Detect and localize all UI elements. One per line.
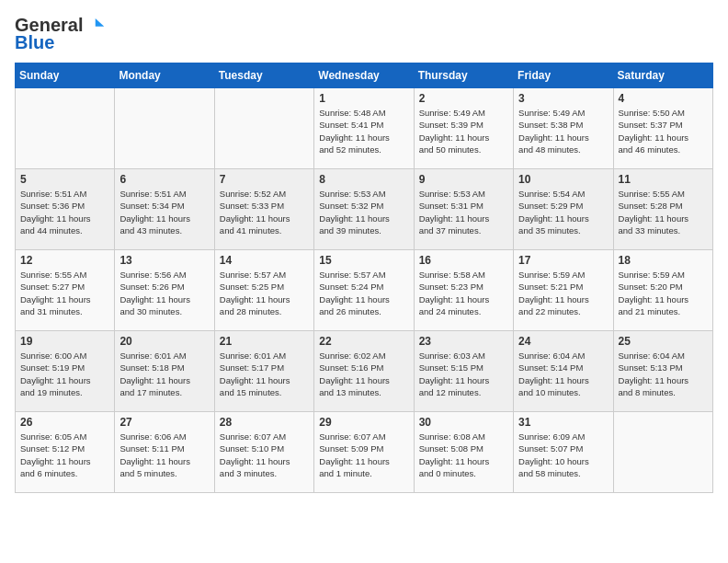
cell-info: Sunrise: 5:55 AM Sunset: 5:28 PM Dayligh… <box>619 188 708 236</box>
calendar-week-row: 26Sunrise: 6:05 AM Sunset: 5:12 PM Dayli… <box>16 412 713 493</box>
day-number: 7 <box>220 173 309 186</box>
calendar-week-row: 5Sunrise: 5:51 AM Sunset: 5:36 PM Daylig… <box>16 169 713 250</box>
cell-info: Sunrise: 5:59 AM Sunset: 5:20 PM Dayligh… <box>619 269 708 317</box>
calendar-cell: 29Sunrise: 6:07 AM Sunset: 5:09 PM Dayli… <box>314 412 414 493</box>
cell-info: Sunrise: 5:58 AM Sunset: 5:23 PM Dayligh… <box>419 269 508 317</box>
cell-info: Sunrise: 6:09 AM Sunset: 5:07 PM Dayligh… <box>518 431 608 479</box>
calendar-cell <box>613 412 712 493</box>
day-number: 21 <box>220 335 309 348</box>
day-header-tuesday: Tuesday <box>214 63 313 88</box>
cell-info: Sunrise: 6:07 AM Sunset: 5:09 PM Dayligh… <box>319 431 408 479</box>
cell-info: Sunrise: 5:53 AM Sunset: 5:31 PM Dayligh… <box>419 188 508 236</box>
calendar-cell: 23Sunrise: 6:03 AM Sunset: 5:15 PM Dayli… <box>414 331 513 412</box>
day-number: 13 <box>119 254 209 267</box>
cell-info: Sunrise: 5:48 AM Sunset: 5:41 PM Dayligh… <box>319 107 408 155</box>
cell-info: Sunrise: 6:04 AM Sunset: 5:13 PM Dayligh… <box>619 350 708 398</box>
day-number: 8 <box>319 173 408 186</box>
cell-info: Sunrise: 5:54 AM Sunset: 5:29 PM Dayligh… <box>518 188 608 236</box>
cell-info: Sunrise: 5:55 AM Sunset: 5:27 PM Dayligh… <box>20 269 109 317</box>
calendar-header-row: SundayMondayTuesdayWednesdayThursdayFrid… <box>16 63 713 88</box>
cell-info: Sunrise: 6:08 AM Sunset: 5:08 PM Dayligh… <box>419 431 508 479</box>
day-number: 19 <box>20 335 109 348</box>
calendar-cell: 2Sunrise: 5:49 AM Sunset: 5:39 PM Daylig… <box>414 88 513 169</box>
cell-info: Sunrise: 6:03 AM Sunset: 5:15 PM Dayligh… <box>419 350 508 398</box>
day-number: 12 <box>20 254 109 267</box>
day-number: 26 <box>20 416 109 429</box>
calendar-cell: 1Sunrise: 5:48 AM Sunset: 5:41 PM Daylig… <box>314 88 414 169</box>
cell-info: Sunrise: 5:57 AM Sunset: 5:24 PM Dayligh… <box>319 269 408 317</box>
day-number: 6 <box>119 173 209 186</box>
day-header-saturday: Saturday <box>613 63 712 88</box>
calendar-cell: 24Sunrise: 6:04 AM Sunset: 5:14 PM Dayli… <box>514 331 613 412</box>
day-number: 14 <box>220 254 309 267</box>
day-number: 5 <box>20 173 109 186</box>
day-header-friday: Friday <box>514 63 613 88</box>
day-number: 25 <box>619 335 708 348</box>
cell-info: Sunrise: 5:53 AM Sunset: 5:32 PM Dayligh… <box>319 188 408 236</box>
cell-info: Sunrise: 6:02 AM Sunset: 5:16 PM Dayligh… <box>319 350 408 398</box>
cell-info: Sunrise: 6:04 AM Sunset: 5:14 PM Dayligh… <box>518 350 608 398</box>
calendar-week-row: 1Sunrise: 5:48 AM Sunset: 5:41 PM Daylig… <box>16 88 713 169</box>
page-header: General Blue <box>15 15 713 53</box>
calendar-cell: 8Sunrise: 5:53 AM Sunset: 5:32 PM Daylig… <box>314 169 414 250</box>
calendar-cell: 18Sunrise: 5:59 AM Sunset: 5:20 PM Dayli… <box>613 250 712 331</box>
calendar-cell: 5Sunrise: 5:51 AM Sunset: 5:36 PM Daylig… <box>16 169 115 250</box>
cell-info: Sunrise: 5:56 AM Sunset: 5:26 PM Dayligh… <box>119 269 209 317</box>
day-number: 2 <box>419 92 508 105</box>
calendar-cell: 21Sunrise: 6:01 AM Sunset: 5:17 PM Dayli… <box>214 331 313 412</box>
day-number: 20 <box>119 335 209 348</box>
day-number: 27 <box>119 416 209 429</box>
calendar-week-row: 12Sunrise: 5:55 AM Sunset: 5:27 PM Dayli… <box>16 250 713 331</box>
day-number: 1 <box>319 92 408 105</box>
calendar-cell <box>16 88 115 169</box>
calendar-cell: 4Sunrise: 5:50 AM Sunset: 5:37 PM Daylig… <box>613 88 712 169</box>
day-number: 29 <box>319 416 408 429</box>
calendar-cell: 19Sunrise: 6:00 AM Sunset: 5:19 PM Dayli… <box>16 331 115 412</box>
day-number: 30 <box>419 416 508 429</box>
calendar-cell: 15Sunrise: 5:57 AM Sunset: 5:24 PM Dayli… <box>314 250 414 331</box>
calendar-cell: 17Sunrise: 5:59 AM Sunset: 5:21 PM Dayli… <box>514 250 613 331</box>
day-number: 18 <box>619 254 708 267</box>
day-number: 31 <box>518 416 608 429</box>
day-number: 22 <box>319 335 408 348</box>
day-number: 15 <box>319 254 408 267</box>
calendar-cell: 27Sunrise: 6:06 AM Sunset: 5:11 PM Dayli… <box>115 412 214 493</box>
calendar-cell: 25Sunrise: 6:04 AM Sunset: 5:13 PM Dayli… <box>613 331 712 412</box>
calendar-cell: 26Sunrise: 6:05 AM Sunset: 5:12 PM Dayli… <box>16 412 115 493</box>
calendar-cell: 13Sunrise: 5:56 AM Sunset: 5:26 PM Dayli… <box>115 250 214 331</box>
day-number: 3 <box>518 92 608 105</box>
day-number: 28 <box>220 416 309 429</box>
cell-info: Sunrise: 6:05 AM Sunset: 5:12 PM Dayligh… <box>20 431 109 479</box>
calendar-cell: 12Sunrise: 5:55 AM Sunset: 5:27 PM Dayli… <box>16 250 115 331</box>
day-header-monday: Monday <box>115 63 214 88</box>
cell-info: Sunrise: 6:01 AM Sunset: 5:17 PM Dayligh… <box>220 350 309 398</box>
calendar-cell: 9Sunrise: 5:53 AM Sunset: 5:31 PM Daylig… <box>414 169 513 250</box>
day-number: 16 <box>419 254 508 267</box>
day-header-sunday: Sunday <box>16 63 115 88</box>
calendar-cell: 7Sunrise: 5:52 AM Sunset: 5:33 PM Daylig… <box>214 169 313 250</box>
cell-info: Sunrise: 5:51 AM Sunset: 5:34 PM Dayligh… <box>119 188 209 236</box>
cell-info: Sunrise: 5:52 AM Sunset: 5:33 PM Dayligh… <box>220 188 309 236</box>
cell-info: Sunrise: 5:57 AM Sunset: 5:25 PM Dayligh… <box>220 269 309 317</box>
day-number: 4 <box>619 92 708 105</box>
calendar-cell: 30Sunrise: 6:08 AM Sunset: 5:08 PM Dayli… <box>414 412 513 493</box>
cell-info: Sunrise: 5:59 AM Sunset: 5:21 PM Dayligh… <box>518 269 608 317</box>
day-number: 24 <box>518 335 608 348</box>
cell-info: Sunrise: 6:07 AM Sunset: 5:10 PM Dayligh… <box>220 431 309 479</box>
calendar-cell: 22Sunrise: 6:02 AM Sunset: 5:16 PM Dayli… <box>314 331 414 412</box>
day-number: 10 <box>518 173 608 186</box>
day-number: 17 <box>518 254 608 267</box>
day-number: 9 <box>419 173 508 186</box>
cell-info: Sunrise: 6:06 AM Sunset: 5:11 PM Dayligh… <box>119 431 209 479</box>
calendar-cell: 11Sunrise: 5:55 AM Sunset: 5:28 PM Dayli… <box>613 169 712 250</box>
logo-icon <box>85 17 105 34</box>
calendar-cell: 3Sunrise: 5:49 AM Sunset: 5:38 PM Daylig… <box>514 88 613 169</box>
calendar-cell: 6Sunrise: 5:51 AM Sunset: 5:34 PM Daylig… <box>115 169 214 250</box>
calendar-cell: 31Sunrise: 6:09 AM Sunset: 5:07 PM Dayli… <box>514 412 613 493</box>
calendar-cell: 16Sunrise: 5:58 AM Sunset: 5:23 PM Dayli… <box>414 250 513 331</box>
day-header-thursday: Thursday <box>414 63 513 88</box>
day-number: 23 <box>419 335 508 348</box>
cell-info: Sunrise: 5:49 AM Sunset: 5:39 PM Dayligh… <box>419 107 508 155</box>
day-header-wednesday: Wednesday <box>314 63 414 88</box>
cell-info: Sunrise: 5:51 AM Sunset: 5:36 PM Dayligh… <box>20 188 109 236</box>
